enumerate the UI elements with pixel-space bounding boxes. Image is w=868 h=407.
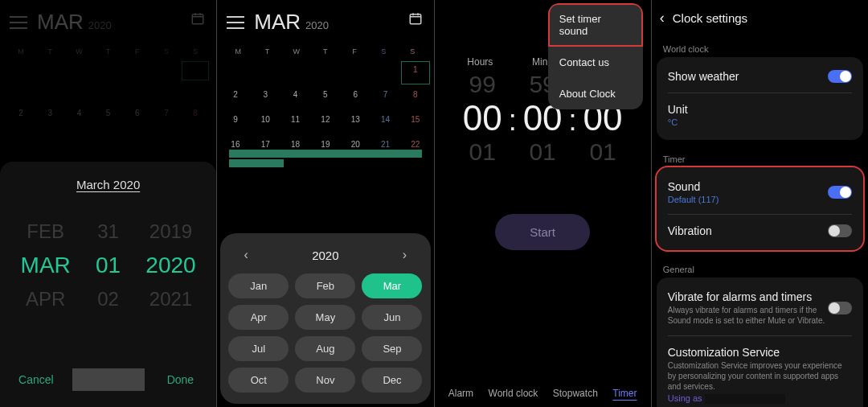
month-may[interactable]: May (295, 305, 355, 330)
overflow-menu: Set timer sound Contact us About Clock (548, 3, 643, 109)
header-month: MAR (254, 10, 301, 35)
month-dec[interactable]: Dec (362, 368, 422, 393)
month-mar[interactable]: Mar (362, 273, 422, 298)
tab-timer[interactable]: Timer (612, 388, 637, 399)
toggle-show-weather[interactable] (828, 70, 852, 83)
month-aug[interactable]: Aug (295, 336, 355, 361)
month-nov[interactable]: Nov (295, 368, 355, 393)
row-vibration[interactable]: Vibration (657, 215, 863, 247)
menu-contact-us[interactable]: Contact us (548, 47, 643, 78)
toggle-vibration[interactable] (828, 224, 852, 237)
row-customization[interactable]: Customization Service Customization Serv… (657, 336, 863, 407)
toggle-sound[interactable] (828, 186, 852, 199)
menu-icon[interactable] (227, 16, 244, 29)
month-picker-sheet: ‹ 2020 › Jan Feb Mar Apr May Jun Jul Aug… (220, 233, 430, 404)
month-jul[interactable]: Jul (228, 336, 289, 361)
menu-set-timer-sound[interactable]: Set timer sound (548, 3, 643, 47)
done-button[interactable]: Done (145, 362, 217, 397)
picker-year: 2020 (312, 249, 338, 262)
month-jan[interactable]: Jan (228, 273, 289, 298)
month-grid: Jan Feb Mar Apr May Jun Jul Aug Sep Oct … (228, 273, 422, 393)
header-year: 2020 (305, 19, 329, 31)
month-feb[interactable]: Feb (295, 273, 355, 298)
row-sound[interactable]: SoundDefault (117) (657, 171, 863, 214)
bottom-tabs: Alarm World clock Stopwatch Timer (435, 388, 651, 399)
prev-year-button[interactable]: ‹ (236, 248, 256, 262)
svg-rect-1 (410, 14, 421, 24)
row-vibrate-alarms[interactable]: Vibrate for alarms and timersAlways vibr… (657, 281, 863, 335)
day-headers: MTWTFSS (217, 41, 433, 59)
tab-alarm[interactable]: Alarm (448, 388, 473, 399)
page-title: Clock settings (673, 11, 747, 25)
tab-stopwatch[interactable]: Stopwatch (553, 388, 598, 399)
day-wheel[interactable]: 31 01 02 (96, 220, 121, 310)
calendar-icon[interactable] (408, 11, 423, 26)
row-unit[interactable]: Unit°C (657, 93, 863, 137)
month-apr[interactable]: Apr (228, 305, 289, 330)
row-show-weather[interactable]: Show weather (657, 60, 863, 92)
back-icon[interactable]: ‹ (660, 10, 665, 27)
sheet-title: March 2020 (8, 178, 208, 191)
section-world-clock: World clock (652, 36, 868, 57)
month-wheel[interactable]: FEB MAR APR (21, 220, 71, 310)
month-sep[interactable]: Sep (362, 336, 422, 361)
cancel-button[interactable]: Cancel (0, 362, 72, 397)
section-timer: Timer (652, 146, 868, 167)
menu-about-clock[interactable]: About Clock (548, 78, 643, 109)
next-year-button[interactable]: › (395, 248, 415, 262)
date-picker-sheet: March 2020 FEB MAR APR 31 01 02 2019 202… (0, 162, 216, 407)
tab-world-clock[interactable]: World clock (489, 388, 538, 399)
section-general: General (652, 257, 868, 278)
start-button[interactable]: Start (495, 214, 590, 250)
year-wheel[interactable]: 2019 2020 2021 (145, 220, 195, 310)
month-jun[interactable]: Jun (362, 305, 422, 330)
calendar-grid[interactable]: 1 2345678 9101112131415 16171819202122 (217, 59, 433, 162)
redacted-text (705, 394, 785, 404)
toggle-vibrate-alarms[interactable] (828, 302, 852, 314)
month-oct[interactable]: Oct (228, 368, 289, 393)
